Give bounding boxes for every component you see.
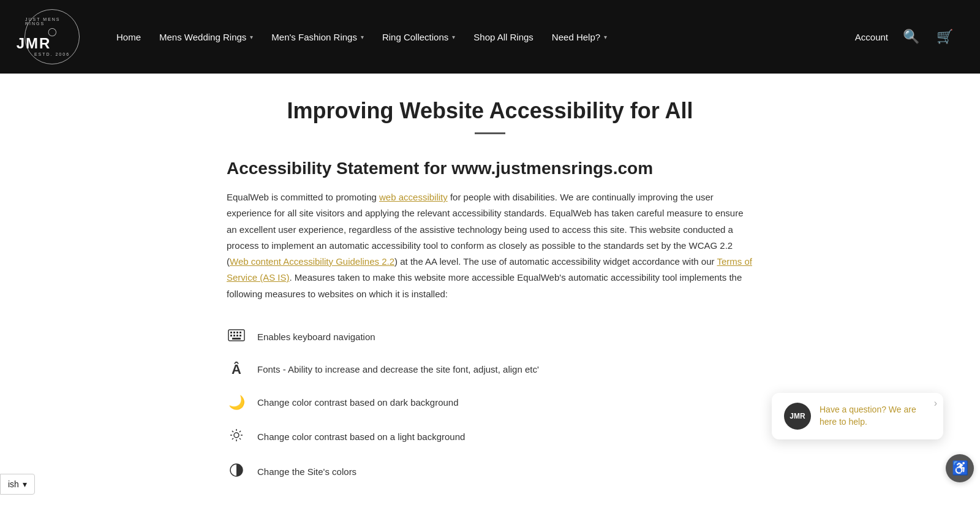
keyboard-icon xyxy=(227,329,246,344)
half-circle-icon xyxy=(227,463,246,481)
feature-keyboard: Enables keyboard navigation xyxy=(227,321,753,353)
main-content: Improving Website Accessibility for All … xyxy=(214,74,766,513)
svg-line-17 xyxy=(232,438,233,439)
cart-icon: 🛒 xyxy=(937,29,953,44)
feature-keyboard-text: Enables keyboard navigation xyxy=(257,332,375,342)
feature-colors: Change the Site's colors xyxy=(227,454,753,489)
language-label: ish xyxy=(8,479,19,489)
svg-rect-2 xyxy=(233,332,235,333)
svg-line-15 xyxy=(232,431,233,432)
chevron-down-icon: ▾ xyxy=(250,34,253,40)
feature-light-contrast: Change color contrast based on a light b… xyxy=(227,419,753,454)
page-title: Improving Website Accessibility for All xyxy=(227,98,753,124)
svg-rect-3 xyxy=(236,332,238,333)
nav-fashion-rings[interactable]: Men's Fashion Rings ▾ xyxy=(271,32,364,42)
logo-initials: JMR xyxy=(17,36,51,51)
accessibility-button[interactable]: ♿ xyxy=(946,454,974,482)
accessibility-icon: ♿ xyxy=(952,460,968,476)
web-accessibility-link[interactable]: web accessibility xyxy=(379,192,448,202)
chat-bubble: JMR Have a question? We are here to help… xyxy=(772,393,943,439)
nav-need-help[interactable]: Need Help? ▾ xyxy=(552,32,607,42)
chat-avatar: JMR xyxy=(784,403,811,430)
svg-line-16 xyxy=(239,438,241,439)
svg-line-18 xyxy=(239,431,241,432)
font-icon: Â xyxy=(227,362,246,378)
logo-top-text: JUST MENS RINGS xyxy=(25,17,79,26)
feature-dark-contrast: 🌙 Change color contrast based on dark ba… xyxy=(227,386,753,419)
feature-light-contrast-text: Change color contrast based on a light b… xyxy=(257,431,465,442)
chevron-down-icon: ▾ xyxy=(361,34,364,40)
nav-actions: Account 🔍 🛒 xyxy=(855,26,956,47)
nav-ring-collections[interactable]: Ring Collections ▾ xyxy=(382,32,455,42)
feature-fonts: Â Fonts - Ability to increase and decrea… xyxy=(227,353,753,386)
feature-list: Enables keyboard navigation Â Fonts - Ab… xyxy=(227,321,753,489)
nav-links: Home Mens Wedding Rings ▾ Men's Fashion … xyxy=(116,32,855,42)
wcag-link[interactable]: Web content Accessibility Guidelines 2.2 xyxy=(230,256,394,267)
svg-rect-8 xyxy=(239,335,241,336)
language-selector[interactable]: ish ▾ xyxy=(0,474,35,495)
chevron-down-icon: ▾ xyxy=(452,34,455,40)
section-heading: Accessibility Statement for www.justmens… xyxy=(227,159,753,178)
svg-rect-7 xyxy=(236,335,238,336)
logo-estd: ESTD. 2006 xyxy=(34,52,70,56)
moon-icon: 🌙 xyxy=(227,395,246,411)
chat-close-button[interactable]: › xyxy=(934,398,937,409)
nav-wedding-rings[interactable]: Mens Wedding Rings ▾ xyxy=(159,32,253,42)
nav-home[interactable]: Home xyxy=(116,32,141,42)
chat-message: Have a question? We are here to help. xyxy=(820,404,931,428)
cart-button[interactable]: 🛒 xyxy=(934,26,956,47)
svg-point-10 xyxy=(234,433,239,438)
search-button[interactable]: 🔍 xyxy=(900,26,922,47)
title-divider xyxy=(475,132,505,134)
svg-rect-9 xyxy=(232,338,241,340)
site-logo[interactable]: JUST MENS RINGS ◯ JMR ESTD. 2006 xyxy=(24,9,80,64)
account-link[interactable]: Account xyxy=(855,32,888,42)
svg-rect-6 xyxy=(233,335,235,336)
main-nav: JUST MENS RINGS ◯ JMR ESTD. 2006 Home Me… xyxy=(0,0,980,74)
sun-icon xyxy=(227,428,246,446)
nav-shop-all-rings[interactable]: Shop All Rings xyxy=(473,32,533,42)
chevron-down-icon: ▾ xyxy=(23,479,27,489)
search-icon: 🔍 xyxy=(903,29,919,44)
feature-fonts-text: Fonts - Ability to increase and decrease… xyxy=(257,364,539,374)
svg-rect-1 xyxy=(230,332,232,333)
body-paragraph: EqualWeb is committed to promoting web a… xyxy=(227,189,753,302)
chevron-down-icon: ▾ xyxy=(604,34,607,40)
svg-rect-5 xyxy=(230,335,232,336)
feature-dark-contrast-text: Change color contrast based on dark back… xyxy=(257,397,459,408)
feature-colors-text: Change the Site's colors xyxy=(257,466,356,477)
svg-rect-4 xyxy=(239,332,241,333)
